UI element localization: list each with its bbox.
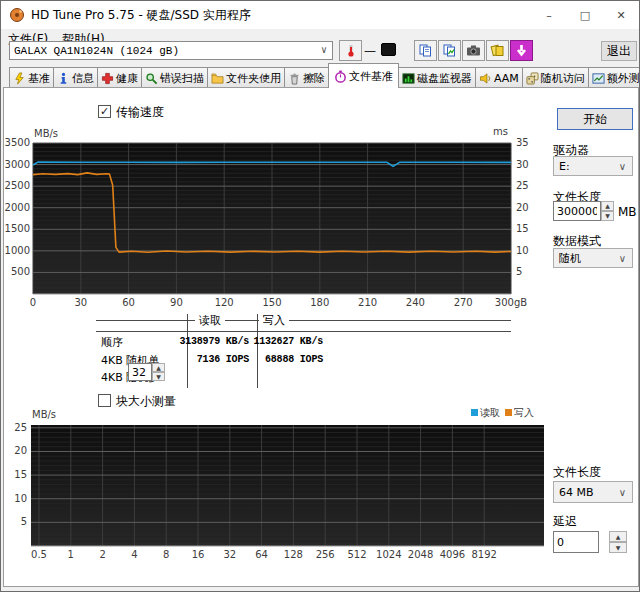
file-length-spinner[interactable]: ▲ ▼ xyxy=(601,201,614,221)
svg-text:2048: 2048 xyxy=(408,549,433,560)
exit-button[interactable]: 退出 xyxy=(601,41,637,61)
transfer-speed-chart: MB/sms5001000150020002500300035005101520… xyxy=(4,126,539,312)
drive-select[interactable]: GALAX QA1N1024N (1024 gB) ∨ xyxy=(9,41,333,60)
svg-text:读取: 读取 xyxy=(480,407,500,418)
svg-text:1: 1 xyxy=(68,549,74,560)
tab-info[interactable]: 信息 xyxy=(53,67,98,88)
svg-text:15: 15 xyxy=(14,469,27,480)
queue-depth-input[interactable] xyxy=(128,363,152,381)
svg-text:写入: 写入 xyxy=(514,407,534,418)
svg-text:64: 64 xyxy=(255,549,268,560)
tab-extra-tests[interactable]: 额外测试 xyxy=(588,67,640,88)
svg-text:4: 4 xyxy=(131,549,137,560)
svg-text:ms: ms xyxy=(493,126,508,137)
app-logo-icon xyxy=(9,7,25,23)
svg-text:25: 25 xyxy=(516,180,529,191)
file-length-input[interactable] xyxy=(553,201,601,221)
minimize-button[interactable]: – xyxy=(531,1,567,29)
stopwatch-icon xyxy=(334,70,347,83)
svg-text:210: 210 xyxy=(358,297,377,308)
spin-up-icon[interactable]: ▲ xyxy=(609,531,627,542)
svg-text:2000: 2000 xyxy=(5,202,30,213)
temperature-button[interactable] xyxy=(339,40,362,61)
svg-text:3500: 3500 xyxy=(5,137,30,148)
tab-strip: 基准 信息 健康 错误扫描 文件夹使用 擦除 文件基准 磁盘监视器 xyxy=(9,63,640,88)
svg-text:500: 500 xyxy=(11,266,30,277)
svg-text:16: 16 xyxy=(192,549,205,560)
start-button[interactable]: 开始 xyxy=(557,108,633,130)
svg-text:1000: 1000 xyxy=(5,245,30,256)
bar-chart-icon xyxy=(402,72,415,85)
svg-text:2: 2 xyxy=(99,549,105,560)
row-sequential-label: 顺序 xyxy=(101,335,123,350)
svg-text:8192: 8192 xyxy=(471,549,496,560)
chevron-down-icon: ∨ xyxy=(619,253,626,264)
tab-erase[interactable]: 擦除 xyxy=(284,67,329,88)
svg-text:4096: 4096 xyxy=(440,549,465,560)
tab-file-benchmark[interactable]: 文件基准 xyxy=(328,63,399,88)
svg-text:512: 512 xyxy=(347,549,366,560)
svg-text:MB/s: MB/s xyxy=(34,128,58,139)
download-button[interactable] xyxy=(510,40,533,61)
svg-text:30: 30 xyxy=(516,159,529,170)
save-button[interactable] xyxy=(486,40,509,61)
chevron-down-icon: ∨ xyxy=(619,161,626,172)
drive-select-value: GALAX QA1N1024N (1024 gB) xyxy=(14,45,179,57)
tab-folder-usage[interactable]: 文件夹使用 xyxy=(207,67,285,88)
chevron-down-icon: ∨ xyxy=(321,44,327,56)
red-cross-icon xyxy=(101,72,114,85)
yellow-pages-icon xyxy=(490,43,505,58)
tab-benchmark[interactable]: 基准 xyxy=(9,67,54,88)
file-length2-label: 文件长度 xyxy=(553,464,601,481)
spin-down-icon[interactable]: ▼ xyxy=(152,372,165,381)
data-mode-combobox[interactable]: 随机 ∨ xyxy=(553,248,633,268)
svg-text:90: 90 xyxy=(170,297,183,308)
svg-text:8: 8 xyxy=(163,549,169,560)
table-divider-write xyxy=(257,314,258,388)
tab-random-access[interactable]: 随机访问 xyxy=(522,67,589,88)
app-window: HD Tune Pro 5.75 - 硬盘/SSD 实用程序 – □ ✕ 文件(… xyxy=(0,0,640,592)
folder-icon xyxy=(211,72,224,85)
svg-text:30: 30 xyxy=(74,297,87,308)
svg-text:270: 270 xyxy=(454,297,473,308)
title-bar: HD Tune Pro 5.75 - 硬盘/SSD 实用程序 – □ ✕ xyxy=(1,1,639,29)
delay-input[interactable] xyxy=(553,531,599,553)
spin-up-icon[interactable]: ▲ xyxy=(152,363,165,372)
svg-text:150: 150 xyxy=(262,297,281,308)
file-length2-combobox[interactable]: 64 MB ∨ xyxy=(553,481,633,503)
extra-tests-icon xyxy=(592,72,605,85)
thermometer-icon xyxy=(344,43,358,58)
trash-icon xyxy=(288,72,301,85)
spin-up-icon[interactable]: ▲ xyxy=(601,201,614,211)
maximize-button[interactable]: □ xyxy=(567,1,603,29)
drive-combobox[interactable]: E: ∨ xyxy=(553,156,633,176)
queue-depth-spinner[interactable]: ▲ ▼ xyxy=(152,363,165,381)
svg-text:0.5: 0.5 xyxy=(31,549,47,560)
spin-down-icon[interactable]: ▼ xyxy=(601,211,614,221)
checkmark-icon: ✓ xyxy=(100,106,109,117)
svg-text:128: 128 xyxy=(284,549,303,560)
tab-error-scan[interactable]: 错误扫描 xyxy=(141,67,208,88)
lightning-icon xyxy=(13,72,26,85)
table-header-read: 读取 xyxy=(195,313,225,328)
copy-text-button[interactable] xyxy=(414,40,437,61)
table-top-line xyxy=(96,320,511,321)
screenshot-button[interactable] xyxy=(462,40,485,61)
spin-down-icon[interactable]: ▼ xyxy=(609,542,627,553)
copy-chart-icon xyxy=(442,43,457,58)
copy-image-button[interactable] xyxy=(438,40,461,61)
tab-disk-monitor[interactable]: 磁盘监视器 xyxy=(398,67,476,88)
svg-text:3000: 3000 xyxy=(5,159,30,170)
tab-health[interactable]: 健康 xyxy=(97,67,142,88)
file-length-unit: MB xyxy=(618,205,637,219)
svg-text:10: 10 xyxy=(516,245,529,256)
svg-text:120: 120 xyxy=(215,297,234,308)
table-header-write: 写入 xyxy=(259,313,289,328)
info-icon xyxy=(57,72,70,85)
delay-spinner[interactable]: ▲ ▼ xyxy=(609,531,627,553)
tab-aam[interactable]: AAM xyxy=(475,67,523,88)
svg-text:1024: 1024 xyxy=(376,549,401,560)
svg-text:180: 180 xyxy=(310,297,329,308)
magnifier-icon xyxy=(145,72,158,85)
close-button[interactable]: ✕ xyxy=(603,1,639,29)
